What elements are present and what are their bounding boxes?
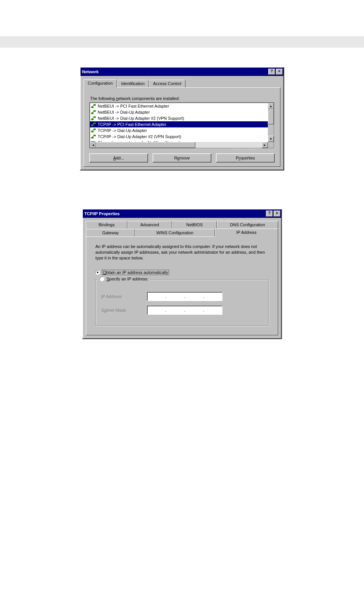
tab-netbios[interactable]: NetBIOS (172, 221, 217, 229)
scroll-down-button[interactable]: ▼ (268, 136, 274, 142)
network-titlebar[interactable]: Network ? × (81, 68, 283, 76)
tab-gateway[interactable]: Gateway (86, 229, 135, 237)
subnet-mask-field[interactable]: . . . (147, 306, 222, 315)
protocol-icon (91, 109, 96, 115)
tab-bindings[interactable]: Bindings (86, 221, 127, 229)
list-item[interactable]: NetBEUI -> PCI Fast Ethernet Adapter (90, 103, 268, 109)
list-item[interactable]: TCP/IP -> Dial-Up Adapter #2 (VPN Suppor… (90, 134, 268, 140)
configuration-pane: The following network components are ins… (84, 87, 280, 167)
tab-configuration[interactable]: Configuration (84, 79, 117, 88)
tcpip-title: TCP/IP Properties (84, 211, 265, 216)
radio-specify-ip[interactable]: Specify an IP address: (98, 277, 150, 281)
scroll-thumb[interactable] (268, 109, 274, 124)
radio-button-icon (95, 270, 100, 275)
scroll-thumb-h[interactable] (96, 142, 195, 148)
subnet-mask-label: Subnet Mask: (101, 308, 147, 312)
protocol-icon (91, 128, 96, 133)
help-button[interactable]: ? (266, 211, 273, 217)
tab-ip-address[interactable]: IP Address (215, 229, 278, 237)
horizontal-scrollbar[interactable]: ◄ ► (90, 142, 268, 148)
ip-description: An IP address can be automatically assig… (95, 244, 269, 261)
ip-address-pane: An IP address can be automatically assig… (86, 237, 278, 335)
svg-rect-0 (91, 106, 93, 108)
radio-specify-ip-label: Specify an IP address: (106, 277, 148, 281)
svg-rect-15 (91, 137, 93, 138)
add-button[interactable]: Add... (89, 153, 148, 163)
tab-identification[interactable]: Identification (117, 80, 149, 87)
svg-rect-3 (91, 113, 93, 114)
list-item[interactable]: TCP/IP -> Dial-Up Adapter (90, 127, 268, 134)
protocol-icon (91, 116, 96, 121)
specify-ip-group: Specify an IP address: IP Address: . . .… (95, 279, 269, 326)
tab-wins-configuration[interactable]: WINS Configuration (135, 229, 214, 237)
svg-rect-9 (91, 125, 93, 126)
list-item-label: NetBEUI -> PCI Fast Ethernet Adapter (98, 104, 169, 108)
tab-advanced[interactable]: Advanced (127, 221, 172, 229)
network-tabs: Configuration Identification Access Cont… (81, 76, 283, 87)
ip-address-label: IP Address: (101, 294, 147, 299)
list-item-label: NetBEUI -> Dial-Up Adapter #2 (VPN Suppo… (98, 116, 184, 121)
remove-button[interactable]: Remove (153, 153, 211, 163)
properties-button[interactable]: Properties (216, 153, 275, 163)
close-button[interactable]: × (276, 69, 283, 75)
close-button[interactable]: × (274, 211, 280, 217)
list-item[interactable]: NetBEUI -> Dial-Up Adapter (90, 109, 268, 115)
scroll-right-button[interactable]: ► (262, 142, 268, 148)
vertical-scrollbar[interactable]: ▲ ▼ (268, 103, 274, 142)
protocol-icon (91, 103, 96, 109)
components-listbox[interactable]: NetBEUI -> PCI Fast Ethernet AdapterNetB… (89, 102, 275, 149)
network-dialog: Network ? × Configuration Identification… (80, 67, 284, 171)
radio-obtain-auto[interactable]: Obtain an IP address automatically (95, 269, 269, 275)
ip-address-field[interactable]: . . . (147, 292, 222, 301)
list-item[interactable]: NetBEUI -> Dial-Up Adapter #2 (VPN Suppo… (90, 115, 268, 121)
radio-button-icon (100, 277, 104, 281)
protocol-icon (91, 122, 96, 127)
list-item-label: TCP/IP -> Dial-Up Adapter (98, 128, 147, 133)
scroll-left-button[interactable]: ◄ (90, 142, 96, 148)
tcpip-dialog: TCP/IP Properties ? × Bindings Advanced … (82, 209, 282, 339)
svg-rect-6 (91, 119, 93, 120)
protocol-icon (91, 134, 96, 139)
list-item[interactable]: TCP/IP -> PCI Fast Ethernet Adapter (90, 121, 268, 127)
tab-access-control[interactable]: Access Control (149, 80, 185, 87)
svg-rect-12 (91, 131, 93, 132)
scroll-up-button[interactable]: ▲ (268, 103, 274, 109)
help-button[interactable]: ? (268, 69, 275, 75)
button-row: Add... Remove Properties (89, 153, 275, 163)
tcpip-titlebar[interactable]: TCP/IP Properties ? × (83, 209, 281, 218)
tcpip-tabs-row2: Gateway WINS Configuration IP Address (83, 228, 281, 237)
page-header-bar (0, 36, 364, 48)
network-title: Network (82, 69, 267, 74)
scroll-corner (268, 142, 274, 148)
tcpip-tabs-row1: Bindings Advanced NetBIOS DNS Configurat… (83, 218, 281, 229)
tab-dns-configuration[interactable]: DNS Configuration (217, 221, 278, 229)
radio-obtain-auto-label: Obtain an IP address automatically (102, 270, 169, 275)
list-item-label: NetBEUI -> Dial-Up Adapter (98, 110, 150, 114)
list-item-label: TCP/IP -> PCI Fast Ethernet Adapter (98, 122, 166, 127)
list-item-label: TCP/IP -> Dial-Up Adapter #2 (VPN Suppor… (98, 134, 181, 139)
components-label: The following network components are ins… (90, 96, 275, 101)
